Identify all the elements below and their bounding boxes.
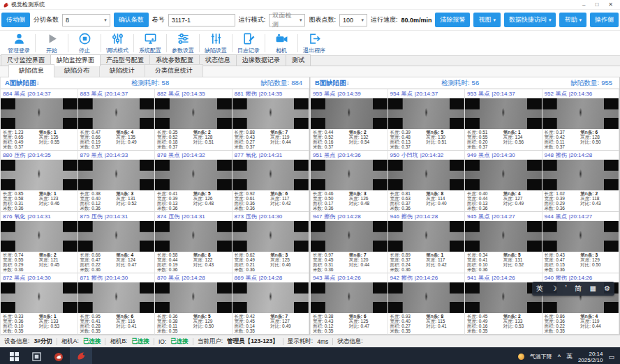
ime-settings-icon[interactable]: ⚙ bbox=[604, 282, 610, 296]
defect-image[interactable] bbox=[311, 221, 388, 252]
action-debug-sliders-button[interactable]: 调试模式 bbox=[101, 32, 133, 54]
defect-image[interactable] bbox=[1, 221, 78, 252]
roll-number-input[interactable] bbox=[168, 14, 235, 26]
defect-cell[interactable]: 874 压伤 |20:14:31 长度:0.58 宽度:0.44 面积:0.19… bbox=[155, 212, 232, 273]
action-exit-button[interactable]: 退出程序 bbox=[298, 32, 330, 54]
defect-image[interactable] bbox=[232, 282, 309, 313]
action-camera-button[interactable]: 相机 bbox=[265, 32, 297, 54]
action-play-button[interactable]: 开始 bbox=[36, 32, 68, 54]
defect-image[interactable] bbox=[388, 221, 465, 252]
defect-cell[interactable]: 954 黑点 |20:14:37 长度:0.39 宽度:0.48 面积:0.13… bbox=[388, 89, 466, 151]
defect-image[interactable] bbox=[465, 98, 542, 129]
help-menu-button[interactable]: 帮助▾ bbox=[559, 13, 586, 27]
defect-cell[interactable]: 951 黑点 |20:14:36 长度:0.46 宽度:0.50 面积:0.17… bbox=[311, 151, 388, 212]
defect-cell[interactable]: 952 黑点 |20:14:36 长度:0.37 宽度:0.42 面积:0.11… bbox=[542, 89, 620, 151]
tab-1[interactable]: 缺陷监控界面 bbox=[50, 54, 101, 66]
action-user-button[interactable]: 管理登录 bbox=[3, 32, 35, 54]
ime-lang-toggle[interactable]: 英 bbox=[536, 282, 543, 296]
defect-cell[interactable]: 872 黑点 |20:14:30 长度:0.33 宽度:0.36 面积:0.10… bbox=[1, 273, 78, 335]
view-menu-button[interactable]: 视图▾ bbox=[473, 13, 501, 27]
defect-cell[interactable]: 948 擦伤 |20:14:28 长度:1.02 宽度:0.39 面积:0.29… bbox=[542, 151, 620, 212]
defect-image[interactable] bbox=[232, 160, 309, 190]
tab-4[interactable]: 状态信息 bbox=[199, 54, 237, 66]
subtab-2[interactable]: 缺陷统计 bbox=[99, 64, 145, 77]
close-button[interactable]: ✕ bbox=[608, 1, 613, 8]
data-quick-access-button[interactable]: 数据快捷访问▾ bbox=[504, 13, 556, 27]
defect-image[interactable] bbox=[465, 160, 542, 190]
defect-image[interactable] bbox=[542, 221, 619, 252]
defect-image[interactable] bbox=[311, 160, 388, 190]
operate-side-button[interactable]: 操作侧 bbox=[590, 13, 619, 27]
panel-title[interactable]: B面缺陷图↓ bbox=[315, 79, 350, 88]
defect-cell[interactable]: 876 氧化 |20:14:31 长度:0.74 宽度:0.55 面积:0.29… bbox=[1, 212, 78, 273]
defect-image[interactable] bbox=[311, 282, 388, 313]
defect-cell[interactable]: 945 黑点 |20:14:27 长度:0.34 宽度:0.41 面积:0.10… bbox=[465, 212, 542, 273]
defect-cell[interactable]: 879 黑点 |20:14:33 长度:0.38 宽度:0.40 面积:0.12… bbox=[78, 151, 156, 212]
active-app-icon[interactable] bbox=[70, 347, 92, 364]
defect-image[interactable] bbox=[388, 282, 465, 313]
slit-count-select[interactable]: 8▾ bbox=[62, 14, 110, 26]
defect-cell[interactable]: 947 擦伤 |20:14:28 长度:0.97 宽度:0.45 面积:0.31… bbox=[311, 212, 388, 273]
panel-title[interactable]: A面缺陷图↓ bbox=[5, 79, 40, 88]
defect-cell[interactable]: 884 黑点 |20:14:37 长度:1.23 宽度:0.65 面积:0.49… bbox=[1, 89, 78, 151]
defect-cell[interactable]: 943 黑点 |20:14:26 长度:0.38 宽度:0.43 面积:0.12… bbox=[311, 273, 388, 335]
defect-cell[interactable]: 953 黑点 |20:14:37 长度:0.51 宽度:0.55 面积:0.20… bbox=[465, 89, 542, 151]
defect-image[interactable] bbox=[155, 98, 232, 129]
defect-cell[interactable]: 871 擦伤 |20:14:30 长度:0.95 宽度:0.41 面积:0.28… bbox=[78, 273, 156, 335]
defect-cell[interactable]: 950 小凹坑 |20:14:32 长度:0.81 宽度:0.63 面积:0.3… bbox=[388, 151, 466, 212]
start-button[interactable] bbox=[3, 347, 25, 364]
defect-cell[interactable]: 944 黑点 |20:14:27 长度:0.43 宽度:0.47 面积:0.15… bbox=[542, 212, 620, 273]
defect-image[interactable] bbox=[1, 98, 78, 129]
chart-points-select[interactable]: 100▾ bbox=[339, 14, 367, 26]
defect-cell[interactable]: 946 擦伤 |20:14:28 长度:0.89 宽度:0.37 面积:0.24… bbox=[388, 212, 466, 273]
defect-cell[interactable]: 949 黑点 |20:14:30 长度:0.40 宽度:0.44 面积:0.13… bbox=[465, 151, 542, 212]
defect-cell[interactable]: 955 黑点 |20:14:39 长度:0.44 宽度:0.52 面积:0.16… bbox=[311, 89, 388, 151]
defect-cell[interactable]: 875 压伤 |20:14:31 长度:0.66 宽度:0.47 面积:0.22… bbox=[78, 212, 156, 273]
run-mode-select[interactable]: 双面检测▾ bbox=[269, 14, 305, 26]
defect-cell[interactable]: 881 擦伤 |20:14:35 长度:0.88 宽度:0.43 面积:0.27… bbox=[232, 89, 310, 151]
defect-image[interactable] bbox=[542, 98, 619, 129]
defect-image[interactable] bbox=[155, 160, 232, 190]
defect-image[interactable] bbox=[78, 282, 155, 313]
defect-cell[interactable]: 873 压伤 |20:14:30 长度:0.62 宽度:0.49 面积:0.21… bbox=[232, 212, 310, 273]
defect-cell[interactable]: 877 氧化 |20:14:31 长度:0.92 宽度:0.61 面积:0.36… bbox=[232, 151, 310, 212]
ime-punctuation-icon[interactable]: ’ bbox=[565, 282, 566, 296]
action-defect-sliders-button[interactable]: 缺陷设置 bbox=[200, 32, 232, 54]
defect-image[interactable] bbox=[388, 160, 465, 190]
defect-image[interactable] bbox=[155, 221, 232, 252]
tab-5[interactable]: 边缘数据记录 bbox=[236, 54, 286, 66]
drive-side-button[interactable]: 传动侧 bbox=[1, 13, 30, 27]
defect-image[interactable] bbox=[78, 98, 155, 129]
defect-cell[interactable]: 870 黑点 |20:14:28 长度:0.36 宽度:0.38 面积:0.11… bbox=[155, 273, 232, 335]
defect-cell[interactable]: 878 黑点 |20:14:32 长度:0.41 宽度:0.39 面积:0.13… bbox=[155, 151, 232, 212]
defect-cell[interactable]: 941 黑点 |20:14:26 长度:0.45 宽度:0.49 面积:0.16… bbox=[465, 273, 542, 335]
ime-halfwidth-icon[interactable]: ☽ bbox=[551, 282, 557, 296]
tab-6[interactable]: 测试 bbox=[286, 54, 311, 66]
defect-image[interactable] bbox=[1, 282, 78, 313]
confirm-count-button[interactable]: 确认条数 bbox=[114, 13, 149, 27]
defect-cell[interactable]: 880 压伤 |20:14:35 长度:0.85 宽度:0.58 面积:0.31… bbox=[1, 151, 78, 212]
defect-image[interactable] bbox=[388, 98, 465, 129]
defect-image[interactable] bbox=[1, 160, 78, 190]
notification-center-icon[interactable]: ▭ bbox=[608, 354, 614, 361]
action-stop-button[interactable]: 停止 bbox=[68, 32, 101, 54]
pinned-app-icon[interactable] bbox=[47, 347, 70, 364]
defect-image[interactable] bbox=[232, 221, 309, 252]
defect-image[interactable] bbox=[78, 160, 155, 190]
subtab-0[interactable]: 缺陷信息 bbox=[8, 64, 54, 77]
taskbar-clock[interactable]: 20:14 2025/2/10 bbox=[578, 351, 603, 363]
task-view-button[interactable] bbox=[25, 347, 47, 364]
action-monitor-button[interactable]: 系统配置 bbox=[134, 32, 166, 54]
maximize-button[interactable]: □ bbox=[595, 1, 598, 8]
defect-image[interactable] bbox=[465, 221, 542, 252]
clear-alarm-button[interactable]: 清除报警 bbox=[435, 13, 470, 27]
action-log-button[interactable]: 日志记录 bbox=[232, 32, 265, 54]
subtab-3[interactable]: 分类信息统计 bbox=[145, 64, 203, 77]
defect-cell[interactable]: 883 黑点 |20:14:37 长度:0.47 宽度:0.66 面积:0.19… bbox=[78, 89, 156, 151]
defect-cell[interactable]: 942 擦伤 |20:14:26 长度:0.93 宽度:0.40 面积:0.27… bbox=[388, 273, 466, 335]
defect-image[interactable] bbox=[465, 282, 542, 313]
input-language-indicator[interactable]: 英 bbox=[566, 352, 573, 361]
defect-image[interactable] bbox=[311, 98, 388, 129]
defect-image[interactable] bbox=[542, 160, 619, 190]
tray-expand-icon[interactable]: ^ bbox=[558, 354, 561, 361]
